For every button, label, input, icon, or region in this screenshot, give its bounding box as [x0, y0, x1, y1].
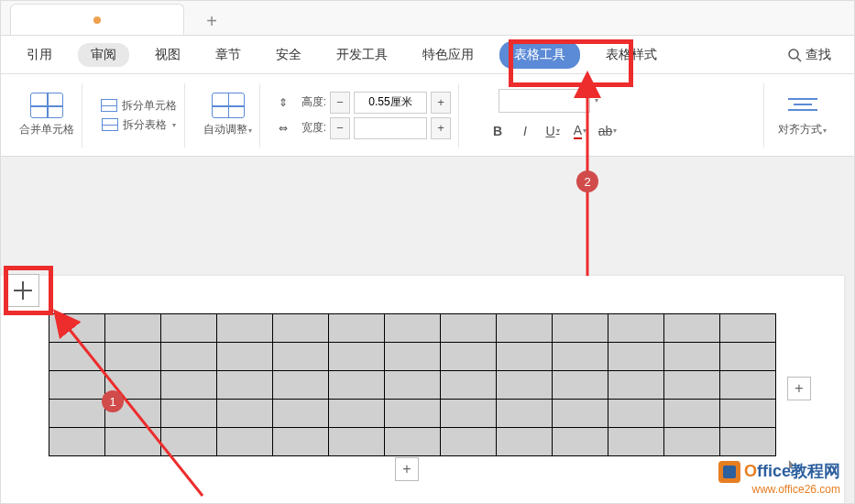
merge-cells-icon [30, 93, 63, 118]
annotation-badge-2: 2 [576, 170, 598, 192]
width-increase[interactable]: + [431, 117, 451, 139]
svg-point-0 [789, 49, 798, 59]
chevron-down-icon: ▾ [172, 121, 176, 129]
document-tab-bar: + [1, 1, 854, 36]
document-table[interactable] [49, 313, 776, 456]
merge-cells-group[interactable]: 合并单元格 [12, 83, 82, 148]
find-button[interactable]: 查找 [787, 47, 831, 63]
split-group: 拆分单元格 拆分表格▾ [93, 83, 185, 148]
height-icon: ⇕ [279, 96, 288, 109]
align-icon [786, 93, 819, 118]
height-increase[interactable]: + [431, 92, 451, 114]
table-row[interactable] [49, 428, 776, 456]
width-input[interactable] [354, 117, 427, 139]
add-tab-button[interactable]: + [198, 7, 225, 35]
svg-rect-3 [794, 104, 812, 105]
svg-rect-2 [788, 98, 817, 100]
chevron-down-icon: ▾ [248, 126, 252, 135]
menu-review[interactable]: 审阅 [78, 43, 129, 67]
add-row-button[interactable]: + [395, 457, 419, 481]
menu-developer[interactable]: 开发工具 [327, 43, 397, 67]
font-color-button[interactable]: A▾ [569, 120, 591, 142]
table-move-handle[interactable] [6, 274, 39, 307]
svg-rect-4 [788, 109, 817, 111]
menu-bar: 引用 审阅 视图 章节 安全 开发工具 特色应用 表格工具 表格样式 查找 [1, 36, 854, 74]
unsaved-dot-icon [93, 16, 101, 24]
ribbon-toolbar: 合并单元格 拆分单元格 拆分表格▾ 自动调整▾ ⇕ 高度: − + ⇔ 宽度: … [1, 74, 854, 157]
menu-chapter[interactable]: 章节 [206, 43, 250, 67]
underline-button[interactable]: U▾ [542, 120, 564, 142]
bold-button[interactable]: B [487, 120, 509, 142]
merge-cells-label: 合并单元格 [19, 122, 74, 137]
table-row[interactable] [49, 314, 776, 343]
table-row[interactable] [49, 400, 776, 428]
height-decrease[interactable]: − [330, 92, 350, 114]
width-decrease[interactable]: − [330, 117, 350, 139]
menu-table-tools[interactable]: 表格工具 [499, 41, 580, 69]
highlight-button[interactable]: ab▾ [597, 120, 619, 142]
height-label: 高度: [291, 94, 326, 110]
watermark-url: www.office26.com [718, 483, 840, 496]
logo-icon [718, 461, 740, 483]
menu-special[interactable]: 特色应用 [413, 43, 483, 67]
fill-color-group: ▾ B I U▾ A▾ ab▾ [470, 83, 626, 148]
annotation-badge-1: 1 [102, 390, 124, 412]
menu-view[interactable]: 视图 [146, 43, 190, 67]
italic-button[interactable]: I [514, 120, 536, 142]
autofit-group[interactable]: 自动调整▾ [196, 83, 260, 148]
table-row[interactable] [49, 371, 776, 400]
dimensions-group: ⇕ 高度: − + ⇔ 宽度: − + [271, 83, 459, 148]
svg-line-1 [797, 58, 801, 61]
fill-color-picker[interactable] [499, 89, 590, 113]
split-cells-button[interactable]: 拆分单元格 [101, 98, 177, 114]
width-icon: ⇔ [279, 122, 288, 135]
split-table-button[interactable]: 拆分表格▾ [102, 117, 176, 133]
split-table-icon [102, 118, 118, 131]
height-input[interactable] [354, 92, 427, 114]
table-row[interactable] [49, 343, 776, 371]
add-column-button[interactable]: + [787, 377, 811, 400]
move-icon [14, 281, 32, 300]
split-cells-icon [101, 99, 117, 112]
watermark: Office教程网 www.office26.com [718, 460, 840, 496]
align-group[interactable]: 对齐方式▾ [763, 83, 834, 148]
autofit-icon [212, 93, 245, 118]
width-label: 宽度: [291, 120, 326, 136]
chevron-down-icon: ▾ [595, 96, 598, 104]
document-tab[interactable] [10, 4, 184, 35]
menu-references[interactable]: 引用 [17, 43, 61, 67]
search-icon [787, 48, 802, 62]
menu-table-style[interactable]: 表格样式 [597, 43, 666, 67]
menu-security[interactable]: 安全 [267, 43, 311, 67]
